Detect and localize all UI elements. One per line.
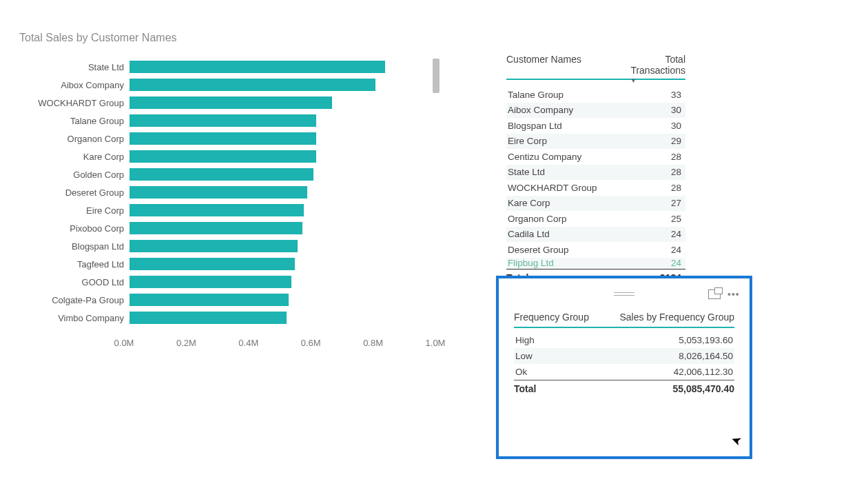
bar-fill xyxy=(130,204,304,216)
bar-chart-row[interactable]: State Ltd xyxy=(7,58,448,76)
table-row[interactable]: Organon Corp25 xyxy=(506,211,685,227)
cell-customer-name: Flipbug Ltd xyxy=(506,258,640,268)
bar-fill xyxy=(130,222,302,234)
transactions-table-visual[interactable]: Customer Names Total Transactions ▼ Tala… xyxy=(506,54,685,283)
bar-fill xyxy=(130,258,295,270)
bar-track xyxy=(130,132,441,145)
cell-customer-name: Centizu Company xyxy=(506,152,640,162)
cell-customer-name: Talane Group xyxy=(506,90,640,100)
bar-chart-row[interactable]: GOOD Ltd xyxy=(7,273,448,291)
axis-tick-label: 0.2M xyxy=(176,338,196,348)
frequency-header-group[interactable]: Frequency Group xyxy=(514,312,619,323)
bar-fill xyxy=(130,294,289,306)
table-row[interactable]: Eire Corp29 xyxy=(506,134,685,150)
cell-transactions: 28 xyxy=(640,183,685,193)
bar-fill xyxy=(130,79,375,91)
bar-chart-row[interactable]: Colgate-Pa Group xyxy=(7,291,448,309)
chart-scrollbar[interactable] xyxy=(433,59,440,93)
table-row[interactable]: Centizu Company28 xyxy=(506,149,685,165)
bar-chart-row[interactable]: Tagfeed Ltd xyxy=(7,255,448,273)
transactions-header-value[interactable]: Total Transactions ▼ xyxy=(610,54,685,76)
table-row[interactable]: Flipbug Ltd24 xyxy=(506,258,685,269)
bar-chart-row[interactable]: Deseret Group xyxy=(7,183,448,201)
table-row[interactable]: Ok42,006,112.30 xyxy=(514,364,734,380)
table-row[interactable]: WOCKHARDT Group28 xyxy=(506,180,685,196)
bar-fill xyxy=(130,96,332,109)
bar-chart-x-axis: 0.0M0.2M0.4M0.6M0.8M1.0M xyxy=(124,338,435,353)
bar-category-label: Organon Corp xyxy=(7,134,130,144)
cell-customer-name: Kare Corp xyxy=(506,198,640,208)
table-row[interactable]: Cadila Ltd24 xyxy=(506,227,685,243)
cell-transactions: 33 xyxy=(640,90,685,100)
bar-track xyxy=(130,258,441,270)
axis-tick-label: 0.4M xyxy=(238,338,258,348)
bar-fill xyxy=(130,150,316,163)
transactions-header-name[interactable]: Customer Names xyxy=(506,54,610,76)
bar-fill xyxy=(130,114,316,127)
cell-customer-name: Cadila Ltd xyxy=(506,229,640,239)
bar-chart-row[interactable]: Pixoboo Corp xyxy=(7,219,448,237)
bar-chart-row[interactable]: Blogspan Ltd xyxy=(7,237,448,255)
cell-customer-name: Eire Corp xyxy=(506,136,640,146)
axis-tick-label: 1.0M xyxy=(426,338,446,348)
bar-fill xyxy=(130,61,385,73)
table-row[interactable]: Kare Corp27 xyxy=(506,196,685,212)
axis-tick-label: 0.8M xyxy=(363,338,383,348)
bar-track xyxy=(130,204,441,216)
table-row[interactable]: Blogspan Ltd30 xyxy=(506,118,685,134)
cell-frequency-group: Low xyxy=(514,351,679,361)
cell-transactions: 24 xyxy=(640,258,685,268)
bar-category-label: Talane Group xyxy=(7,116,130,126)
bar-chart-row[interactable]: Kare Corp xyxy=(7,148,448,165)
bar-category-label: State Ltd xyxy=(7,62,130,72)
bar-track xyxy=(130,61,441,73)
bar-chart-row[interactable]: Eire Corp xyxy=(7,201,448,219)
bar-fill xyxy=(130,186,307,199)
cell-transactions: 29 xyxy=(640,136,685,146)
bar-track xyxy=(130,312,441,324)
cell-customer-name: WOCKHARDT Group xyxy=(506,183,640,193)
cell-transactions: 24 xyxy=(640,245,685,255)
bar-category-label: Blogspan Ltd xyxy=(7,241,130,252)
cell-frequency-group: High xyxy=(514,335,679,345)
frequency-body: High5,053,193.60Low8,026,164.50Ok42,006,… xyxy=(514,332,734,380)
cell-transactions: 28 xyxy=(640,152,685,162)
bar-category-label: Eire Corp xyxy=(7,205,130,216)
bar-category-label: Deseret Group xyxy=(7,187,130,198)
bar-chart-visual[interactable]: State LtdAibox CompanyWOCKHARDT GroupTal… xyxy=(7,26,448,357)
frequency-group-visual[interactable]: ••• Frequency Group Sales by Frequency G… xyxy=(496,276,752,459)
bar-track xyxy=(130,240,441,252)
more-options-icon[interactable]: ••• xyxy=(727,289,740,299)
focus-mode-icon[interactable] xyxy=(708,289,721,299)
axis-tick-label: 0.6M xyxy=(301,338,321,348)
frequency-table: Frequency Group Sales by Frequency Group… xyxy=(514,312,734,394)
bar-chart-row[interactable]: Vimbo Company xyxy=(7,309,448,327)
bar-fill xyxy=(130,168,313,181)
table-row[interactable]: Aibox Company30 xyxy=(506,103,685,119)
cell-sales: 42,006,112.30 xyxy=(674,367,734,377)
bar-track xyxy=(130,186,441,199)
visual-header-icons: ••• xyxy=(708,289,740,299)
cell-transactions: 24 xyxy=(640,229,685,239)
table-row[interactable]: Low8,026,164.50 xyxy=(514,348,734,364)
table-row[interactable]: High5,053,193.60 xyxy=(514,332,734,348)
table-row[interactable]: Deseret Group24 xyxy=(506,242,685,258)
bar-chart-row[interactable]: Golden Corp xyxy=(7,165,448,183)
bar-chart-row[interactable]: Aibox Company xyxy=(7,76,448,94)
cell-customer-name: State Ltd xyxy=(506,167,640,177)
bar-chart-row[interactable]: WOCKHARDT Group xyxy=(7,94,448,112)
bar-chart-row[interactable]: Organon Corp xyxy=(7,130,448,148)
table-row[interactable]: State Ltd28 xyxy=(506,165,685,181)
visual-drag-handle-icon[interactable] xyxy=(614,292,634,296)
frequency-total-row: Total 55,085,470.40 xyxy=(514,380,734,394)
bar-category-label: Aibox Company xyxy=(7,80,130,90)
bar-category-label: Tagfeed Ltd xyxy=(7,259,130,270)
cell-customer-name: Organon Corp xyxy=(506,214,640,224)
bar-track xyxy=(130,114,441,127)
bar-chart-row[interactable]: Talane Group xyxy=(7,112,448,130)
frequency-header-sales[interactable]: Sales by Frequency Group xyxy=(619,312,734,323)
table-row[interactable]: Talane Group33 xyxy=(506,87,685,103)
bar-track xyxy=(130,222,441,234)
cell-customer-name: Aibox Company xyxy=(506,105,640,115)
cell-customer-name: Blogspan Ltd xyxy=(506,121,640,131)
